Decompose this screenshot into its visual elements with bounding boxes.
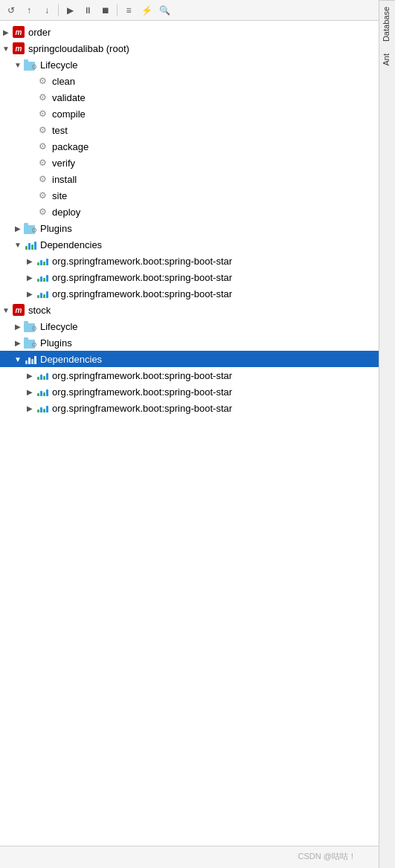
icon-lifecycle2: ⚙ bbox=[24, 320, 37, 333]
dep-item-icon-2c bbox=[37, 404, 48, 413]
maven-icon-spring: m bbox=[13, 42, 25, 54]
tree-item-lifecycle2[interactable]: ▶ ⚙ Lifecycle bbox=[0, 318, 379, 334]
tree-item-dependencies2[interactable]: ▼ Dependencies bbox=[0, 351, 379, 367]
tree-item-verify[interactable]: ⚙ verify bbox=[0, 155, 379, 171]
icon-site: ⚙ bbox=[36, 189, 49, 202]
tree-item-dep2b[interactable]: ▶ org.springframework.boot:spring-boot-s… bbox=[0, 383, 379, 400]
label-validate: validate bbox=[52, 92, 86, 103]
folder-gear-plugins2: ⚙ bbox=[24, 337, 37, 349]
sidebar-tab-ant[interactable]: Ant bbox=[379, 48, 395, 72]
gear-icon-deploy: ⚙ bbox=[39, 207, 47, 217]
dep-item-icon-1b bbox=[37, 273, 48, 282]
database-tab-label: Database bbox=[382, 7, 391, 42]
label-plugins1: Plugins bbox=[40, 223, 72, 234]
gear-icon-install: ⚙ bbox=[39, 174, 47, 184]
tree-panel: ↺ ↑ ↓ ▶ ⏸ ⏹ ≡ ⚡ 🔍 ▶ m order ▼ bbox=[0, 0, 379, 868]
icon-clean: ⚙ bbox=[36, 74, 49, 88]
tree-item-lifecycle1[interactable]: ▼ ⚙ Lifecycle bbox=[0, 56, 379, 73]
arrow-dep2a: ▶ bbox=[24, 367, 36, 383]
arrow-deps2: ▼ bbox=[12, 351, 24, 367]
arrow-dep1a: ▶ bbox=[24, 253, 36, 269]
dep-item-icon-1a bbox=[37, 256, 48, 266]
tree-item-dep1b[interactable]: ▶ org.springframework.boot:spring-boot-s… bbox=[0, 269, 379, 285]
tree-item-package[interactable]: ⚙ package bbox=[0, 138, 379, 155]
tree-item-dep1a[interactable]: ▶ org.springframework.boot:spring-boot-s… bbox=[0, 253, 379, 269]
tree-item-clean[interactable]: ⚙ clean bbox=[0, 73, 379, 89]
tree-item-dep1c[interactable]: ▶ org.springframework.boot:spring-boot-s… bbox=[0, 285, 379, 302]
tree-item-stock[interactable]: ▼ m stock bbox=[0, 302, 379, 318]
arrow-dep2c: ▶ bbox=[24, 400, 36, 416]
watermark-text: CSDN @咕咕！ bbox=[298, 851, 356, 862]
arrow-springcloudalibab: ▼ bbox=[0, 40, 12, 56]
label-test: test bbox=[52, 125, 68, 136]
label-dep1c: org.springframework.boot:spring-boot-sta… bbox=[52, 288, 232, 299]
tree-item-deploy[interactable]: ⚙ deploy bbox=[0, 204, 379, 220]
dep-item-icon-1c bbox=[37, 289, 48, 299]
label-package: package bbox=[52, 141, 89, 152]
label-dep1b: org.springframework.boot:spring-boot-sta… bbox=[52, 272, 232, 283]
folder-gear-plugins1: ⚙ bbox=[24, 222, 37, 234]
icon-plugins2: ⚙ bbox=[24, 336, 37, 349]
label-lifecycle1: Lifecycle bbox=[40, 59, 78, 71]
collapse-button[interactable]: ↑ bbox=[21, 2, 37, 19]
icon-deps2 bbox=[24, 352, 37, 366]
tree-item-dependencies1[interactable]: ▼ Dependencies bbox=[0, 236, 379, 253]
search-button[interactable]: 🔍 bbox=[156, 2, 173, 19]
tree-item-springcloudalibab[interactable]: ▼ m springcloudalibab (root) bbox=[0, 40, 379, 56]
stop-button[interactable]: ⏹ bbox=[97, 2, 114, 19]
label-dep2c: org.springframework.boot:spring-boot-sta… bbox=[52, 403, 232, 414]
icon-install: ⚙ bbox=[36, 172, 49, 186]
icon-plugins1: ⚙ bbox=[24, 221, 37, 235]
arrow-order: ▶ bbox=[0, 24, 12, 40]
label-stock: stock bbox=[28, 305, 51, 316]
icon-deps1 bbox=[24, 238, 37, 251]
main-container: ↺ ↑ ↓ ▶ ⏸ ⏹ ≡ ⚡ 🔍 ▶ m order ▼ bbox=[0, 0, 395, 868]
dep-item-icon-2b bbox=[37, 387, 48, 397]
sidebar-tab-database[interactable]: Database bbox=[379, 0, 395, 48]
tree-item-validate[interactable]: ⚙ validate bbox=[0, 89, 379, 106]
arrow-deps1: ▼ bbox=[12, 236, 24, 253]
icon-dep2c bbox=[36, 401, 49, 415]
label-springcloudalibab: springcloudalibab (root) bbox=[28, 43, 129, 54]
tree-item-install[interactable]: ⚙ install bbox=[0, 171, 379, 187]
tree-item-dep2c[interactable]: ▶ org.springframework.boot:spring-boot-s… bbox=[0, 400, 379, 416]
tree-item-test[interactable]: ⚙ test bbox=[0, 122, 379, 138]
lightning-button[interactable]: ⚡ bbox=[138, 2, 155, 19]
tree-item-site[interactable]: ⚙ site bbox=[0, 187, 379, 204]
tree-item-compile[interactable]: ⚙ compile bbox=[0, 106, 379, 122]
icon-verify: ⚙ bbox=[36, 156, 49, 169]
refresh-button[interactable]: ↺ bbox=[3, 2, 19, 19]
label-lifecycle2: Lifecycle bbox=[40, 321, 78, 332]
expand-button[interactable]: ↓ bbox=[39, 2, 55, 19]
deps-icon-2 bbox=[25, 354, 36, 364]
pause-button[interactable]: ⏸ bbox=[80, 2, 96, 19]
icon-validate: ⚙ bbox=[36, 91, 49, 104]
arrow-dep1c: ▶ bbox=[24, 285, 36, 302]
icon-stock: m bbox=[12, 303, 25, 317]
icon-dep1a bbox=[36, 254, 49, 268]
bottom-bar: CSDN @咕咕！ bbox=[0, 846, 379, 868]
arrow-dep1b: ▶ bbox=[24, 269, 36, 285]
tree-item-plugins1[interactable]: ▶ ⚙ Plugins bbox=[0, 220, 379, 236]
tree-item-order[interactable]: ▶ m order bbox=[0, 24, 379, 40]
folder-gear-lifecycle1: ⚙ bbox=[24, 59, 37, 71]
arrow-lifecycle1: ▼ bbox=[12, 56, 24, 73]
tree-item-plugins2[interactable]: ▶ ⚙ Plugins bbox=[0, 334, 379, 351]
tree-item-dep2a[interactable]: ▶ org.springframework.boot:spring-boot-s… bbox=[0, 367, 379, 383]
dep-item-icon-2a bbox=[37, 371, 48, 380]
label-site: site bbox=[52, 190, 67, 201]
label-install: install bbox=[52, 174, 77, 185]
toolbar: ↺ ↑ ↓ ▶ ⏸ ⏹ ≡ ⚡ 🔍 bbox=[0, 0, 379, 21]
gear-icon-clean: ⚙ bbox=[39, 76, 47, 86]
arrow-plugins2: ▶ bbox=[12, 334, 24, 351]
run-button[interactable]: ▶ bbox=[62, 2, 78, 19]
toolbar-separator-2 bbox=[117, 4, 118, 16]
label-dep2b: org.springframework.boot:spring-boot-sta… bbox=[52, 386, 232, 398]
icon-lifecycle1: ⚙ bbox=[24, 58, 37, 71]
menu-button[interactable]: ≡ bbox=[121, 2, 137, 19]
icon-test: ⚙ bbox=[36, 123, 49, 137]
icon-package: ⚙ bbox=[36, 140, 49, 153]
icon-dep1c bbox=[36, 287, 49, 300]
maven-icon-stock: m bbox=[13, 304, 25, 316]
label-dep1a: org.springframework.boot:spring-boot-sta… bbox=[52, 256, 232, 267]
